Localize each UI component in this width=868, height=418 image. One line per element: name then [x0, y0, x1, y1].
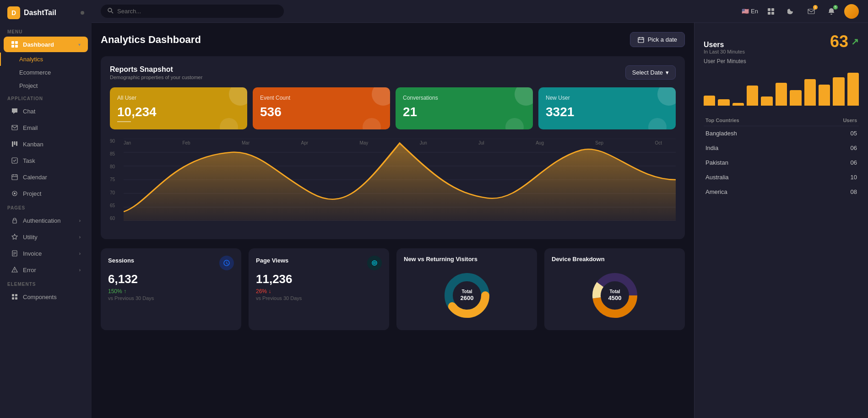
stat-card-all-user: All User 10,234	[110, 87, 247, 129]
svg-text:2600: 2600	[460, 295, 473, 301]
app-label: APPLICATION	[0, 92, 92, 103]
select-date-button[interactable]: Select Date ▾	[625, 65, 676, 80]
svg-rect-5	[12, 141, 13, 147]
reports-title-area: Reports Snapshot Demographic properties …	[110, 65, 202, 80]
stat-card-conversations: Conversations 21	[396, 87, 533, 129]
moon-button[interactable]	[784, 4, 798, 19]
menu-label: MENU	[0, 26, 92, 36]
bar-7	[790, 90, 801, 106]
sidebar-item-components[interactable]: Components	[4, 289, 88, 305]
sidebar-item-ecommerce[interactable]: Ecommerce	[0, 66, 92, 79]
page-views-value: 11,236	[256, 272, 382, 286]
error-arrow: ›	[79, 268, 81, 273]
auth-icon	[11, 217, 18, 224]
language-selector[interactable]: 🇺🇸 En	[742, 8, 758, 15]
svg-rect-29	[771, 8, 774, 11]
page-header: Analytics Dashboard Pick a date	[101, 32, 685, 47]
chevron-down-icon: ▾	[666, 69, 669, 76]
pages-label: PAGES	[0, 202, 92, 212]
users-bar-chart	[704, 69, 859, 106]
bar-9	[819, 85, 830, 106]
invoice-icon	[11, 250, 18, 257]
country-users: 06	[809, 141, 859, 155]
svg-rect-8	[12, 158, 17, 163]
all-user-value: 10,234	[117, 105, 240, 119]
invoice-arrow: ›	[79, 251, 81, 256]
bell-button[interactable]: 5	[824, 4, 839, 19]
sidebar-item-email[interactable]: Email	[4, 120, 88, 135]
utility-icon	[11, 233, 18, 241]
line-chart-svg	[124, 139, 676, 221]
sidebar-item-dashboard[interactable]: Dashboard ▾	[4, 37, 88, 52]
page-views-sublabel: vs Previous 30 Days	[256, 295, 382, 301]
sidebar-item-error[interactable]: Error ›	[4, 262, 88, 278]
sidebar-item-analytics[interactable]: Analytics	[0, 53, 92, 66]
sidebar-item-invoice[interactable]: Invoice ›	[4, 246, 88, 261]
users-per-min: User Per Minutes	[704, 58, 859, 64]
country-users: 10	[809, 170, 859, 185]
error-icon	[11, 266, 18, 273]
sidebar-item-kanban[interactable]: Kanban	[4, 136, 88, 152]
users-header: Users In Last 30 Minutes 63 ↗	[704, 32, 859, 56]
search-box[interactable]	[101, 5, 284, 18]
pick-date-button[interactable]: Pick a date	[630, 32, 685, 47]
conversations-value: 21	[403, 105, 526, 119]
users-subtitle: In Last 30 Minutes	[704, 49, 745, 54]
sidebar-item-project-app[interactable]: Project	[4, 186, 88, 201]
countries-table: Top Countries Users Bangladesh05India06P…	[704, 115, 859, 199]
country-name: Australia	[704, 170, 809, 185]
svg-rect-23	[15, 294, 17, 296]
grid-button[interactable]	[764, 4, 778, 19]
bar-10	[833, 77, 844, 106]
utility-arrow: ›	[79, 235, 81, 240]
sidebar-item-project[interactable]: Project	[0, 79, 92, 92]
reports-title: Reports Snapshot	[110, 65, 202, 74]
sidebar-item-chat[interactable]: Chat	[4, 103, 88, 119]
svg-point-46	[374, 262, 375, 264]
svg-rect-28	[768, 8, 770, 11]
sidebar-item-task[interactable]: Task	[4, 153, 88, 168]
chat-icon	[11, 107, 18, 115]
main-content: 🇺🇸 En 1 5 Analytics Dashbo	[92, 0, 868, 418]
sidebar-item-utility[interactable]: Utility ›	[4, 229, 88, 245]
users-col-header: Users	[809, 115, 859, 126]
dashboard-icon	[11, 41, 18, 48]
sidebar-item-calendar[interactable]: Calendar	[4, 169, 88, 185]
svg-text:Total: Total	[461, 289, 472, 294]
table-row: America08	[704, 185, 859, 199]
elements-label: ELEMENTS	[0, 278, 92, 289]
device-donut-chart: Total 4500	[552, 268, 678, 323]
stat-card-event-count: Event Count 536	[253, 87, 390, 129]
device-breakdown-title: Device Breakdown	[552, 256, 678, 263]
sessions-title: Sessions	[108, 257, 134, 264]
components-icon	[11, 293, 18, 300]
svg-rect-4	[12, 125, 17, 130]
new-vs-returning-card: New vs Returning Visitors Total 2600	[396, 248, 537, 330]
sessions-card: Sessions 6,132 150% ↑ vs Previous 30 Day…	[101, 248, 241, 330]
sidebar-dot[interactable]	[81, 11, 84, 15]
chart-svg-container	[124, 139, 676, 221]
svg-rect-32	[808, 9, 814, 14]
mail-button[interactable]: 1	[804, 4, 819, 19]
reports-subtitle: Demographic properties of your customer	[110, 75, 202, 80]
page-views-title: Page Views	[256, 257, 288, 264]
flag-icon: 🇺🇸	[742, 8, 749, 15]
svg-rect-25	[15, 297, 17, 300]
svg-rect-24	[12, 297, 14, 300]
reports-card: Reports Snapshot Demographic properties …	[101, 56, 685, 239]
bottom-cards: Sessions 6,132 150% ↑ vs Previous 30 Day…	[101, 248, 685, 330]
logo-icon: D	[7, 6, 20, 19]
all-user-label: All User	[117, 95, 240, 101]
user-avatar[interactable]	[844, 4, 859, 19]
sessions-icon	[219, 256, 234, 270]
svg-rect-2	[11, 45, 14, 48]
page-views-icon	[367, 256, 382, 270]
sidebar-item-authentication[interactable]: Authentication ›	[4, 213, 88, 228]
svg-rect-1	[15, 41, 18, 44]
new-user-label: New User	[546, 95, 668, 101]
svg-rect-22	[12, 294, 14, 296]
search-input[interactable]	[117, 8, 277, 15]
content-area: Analytics Dashboard Pick a date Reports …	[92, 23, 868, 418]
project-icon	[11, 190, 18, 197]
table-row: Australia10	[704, 170, 859, 185]
